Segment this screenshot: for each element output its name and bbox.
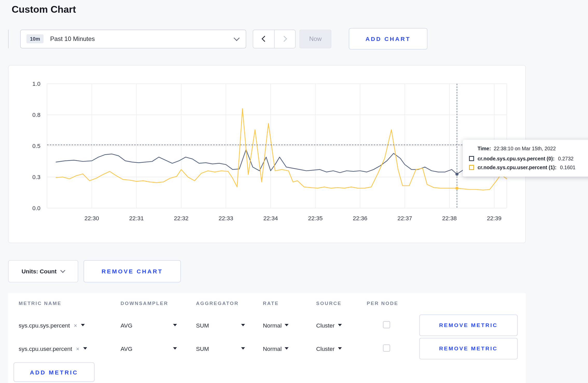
metric-row: sys.cpu.sys.percent × AVG SUM Normal Clu… — [8, 314, 526, 337]
tooltip-series-value: 0.1601 — [560, 165, 576, 171]
svg-text:22:33: 22:33 — [219, 215, 233, 222]
caret-down-icon — [285, 324, 289, 326]
header-source: SOURCE — [316, 301, 367, 306]
time-range-pager — [253, 30, 296, 48]
metric-select[interactable]: sys.cpu.sys.percent × — [19, 322, 121, 329]
header-aggregator: AGGREGATOR — [196, 301, 263, 306]
per-node-checkbox[interactable] — [383, 344, 390, 351]
rate-select[interactable]: Normal — [263, 322, 289, 329]
caret-down-icon — [241, 324, 245, 326]
metric-name: sys.cpu.user.percent — [19, 345, 72, 352]
caret-down-icon — [173, 324, 177, 326]
chart-card: 0.00.30.50.81.022:3022:3122:3222:3322:34… — [8, 65, 526, 243]
close-icon[interactable]: × — [74, 322, 77, 329]
chevron-down-icon — [60, 268, 65, 273]
svg-text:22:30: 22:30 — [85, 215, 99, 222]
chart-actions: Units: Count REMOVE CHART — [8, 260, 588, 282]
custom-chart-page: Custom Chart 10m Past 10 Minutes Now ADD… — [0, 4, 588, 383]
source-select[interactable]: Cluster — [316, 322, 342, 329]
svg-text:22:32: 22:32 — [174, 215, 188, 222]
svg-text:22:34: 22:34 — [263, 215, 278, 222]
rate-value: Normal — [263, 345, 282, 352]
svg-text:22:37: 22:37 — [397, 215, 412, 222]
downsampler-select[interactable]: AVG — [121, 345, 177, 352]
caret-down-icon — [338, 347, 342, 350]
svg-text:22:31: 22:31 — [129, 215, 144, 222]
svg-text:0.5: 0.5 — [32, 143, 40, 149]
series-swatch-icon — [469, 156, 474, 161]
now-button[interactable]: Now — [299, 30, 331, 48]
tooltip-series-name: cr.node.sys.cpu.sys.percent (0): — [478, 156, 555, 162]
header-metric-name: METRIC NAME — [19, 301, 121, 306]
downsampler-value: AVG — [121, 322, 132, 329]
svg-text:22:38: 22:38 — [442, 215, 457, 222]
tooltip-series-name: cr.node.sys.cpu.user.percent (1): — [478, 165, 557, 171]
add-chart-button[interactable]: ADD CHART — [349, 28, 428, 50]
chevron-down-icon — [234, 35, 240, 41]
close-icon[interactable]: × — [76, 345, 79, 352]
svg-text:1.0: 1.0 — [32, 81, 40, 87]
prev-time-button[interactable] — [253, 30, 274, 48]
rate-value: Normal — [263, 322, 282, 329]
units-select[interactable]: Units: Count — [8, 260, 78, 282]
table-header-row: METRIC NAME DOWNSAMPLER AGGREGATOR RATE … — [8, 293, 526, 314]
downsampler-select[interactable]: AVG — [121, 322, 177, 329]
svg-text:22:39: 22:39 — [487, 215, 501, 222]
svg-text:0.3: 0.3 — [32, 174, 40, 180]
units-label: Units: Count — [22, 268, 57, 275]
header-per-node: PER NODE — [367, 301, 419, 306]
time-range-label: Past 10 Minutes — [50, 35, 235, 42]
add-metric-button[interactable]: ADD METRIC — [14, 363, 95, 382]
metric-select[interactable]: sys.cpu.user.percent × — [19, 345, 121, 352]
tooltip-time-row: Time:22:38:10 on Mar 15th, 2022 — [469, 146, 588, 152]
series-swatch-icon — [469, 165, 474, 170]
metrics-table: METRIC NAME DOWNSAMPLER AGGREGATOR RATE … — [8, 293, 526, 383]
time-range-selector[interactable]: 10m Past 10 Minutes — [20, 30, 246, 48]
tooltip-series-value: 0.2732 — [558, 156, 573, 162]
caret-down-icon — [173, 347, 177, 350]
chart-tooltip: Time:22:38:10 on Mar 15th, 2022 cr.node.… — [463, 140, 588, 177]
svg-text:0.0: 0.0 — [32, 205, 40, 211]
downsampler-value: AVG — [121, 345, 132, 352]
header-rate: RATE — [263, 301, 316, 306]
time-range-badge: 10m — [26, 34, 44, 44]
next-time-button[interactable] — [274, 30, 295, 48]
per-node-checkbox[interactable] — [383, 321, 390, 328]
source-value: Cluster — [316, 322, 335, 329]
caret-down-icon — [83, 347, 87, 350]
remove-metric-button[interactable]: REMOVE METRIC — [419, 314, 518, 336]
rate-select[interactable]: Normal — [263, 345, 289, 352]
metric-name: sys.cpu.sys.percent — [19, 322, 70, 329]
tooltip-time-label: Time: — [478, 146, 491, 152]
svg-text:0.8: 0.8 — [32, 112, 40, 118]
chevron-right-icon — [281, 36, 287, 42]
tooltip-time-value: 22:38:10 on Mar 15th, 2022 — [494, 146, 556, 152]
toolbar: 10m Past 10 Minutes Now ADD CHART — [8, 28, 588, 50]
svg-text:22:36: 22:36 — [353, 215, 367, 222]
metric-row: sys.cpu.user.percent × AVG SUM Normal Cl… — [8, 337, 526, 360]
source-value: Cluster — [316, 345, 335, 352]
remove-chart-button[interactable]: REMOVE CHART — [84, 260, 181, 282]
caret-down-icon — [81, 324, 85, 326]
aggregator-select[interactable]: SUM — [196, 322, 245, 329]
source-select[interactable]: Cluster — [316, 345, 342, 352]
toolbar-divider — [8, 30, 9, 48]
remove-metric-button[interactable]: REMOVE METRIC — [419, 338, 518, 359]
caret-down-icon — [285, 347, 289, 350]
metrics-line-chart[interactable]: 0.00.30.50.81.022:3022:3122:3222:3322:34… — [9, 66, 526, 244]
aggregator-value: SUM — [196, 322, 209, 329]
header-downsampler: DOWNSAMPLER — [121, 301, 196, 306]
tooltip-series-row: cr.node.sys.cpu.sys.percent (0): 0.2732 — [469, 156, 588, 162]
page-title: Custom Chart — [12, 4, 588, 15]
caret-down-icon — [241, 347, 245, 350]
tooltip-series-row: cr.node.sys.cpu.user.percent (1): 0.1601 — [469, 165, 588, 171]
svg-text:22:35: 22:35 — [308, 215, 323, 222]
chevron-left-icon — [261, 36, 267, 42]
aggregator-value: SUM — [196, 345, 209, 352]
caret-down-icon — [338, 324, 342, 326]
aggregator-select[interactable]: SUM — [196, 345, 245, 352]
